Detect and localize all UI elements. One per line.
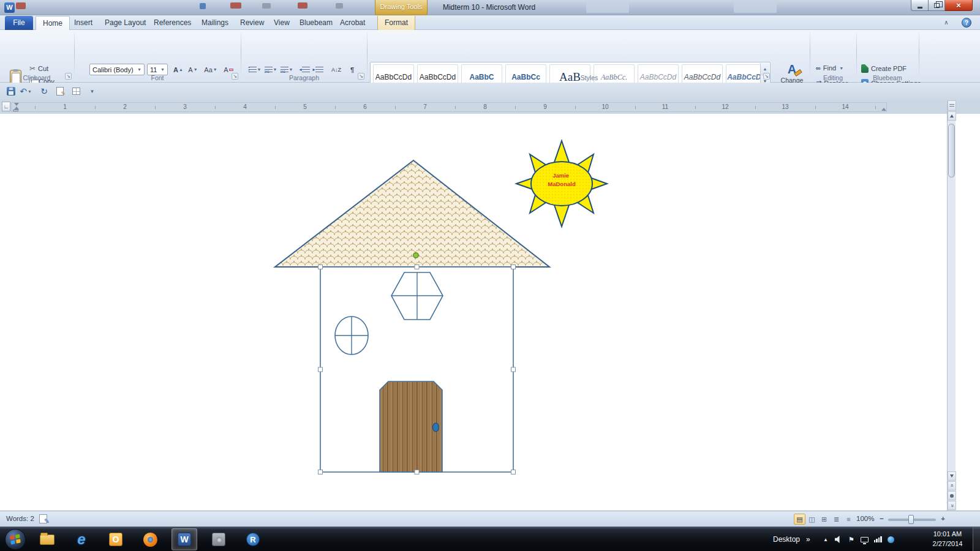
- contextual-tab-group-label: Drawing Tools: [375, 0, 428, 15]
- draw-table-button[interactable]: [54, 85, 66, 97]
- ruler-toggle-button[interactable]: [948, 100, 956, 111]
- start-button[interactable]: [5, 529, 26, 550]
- paragraph-dialog-launcher[interactable]: ↘: [358, 73, 364, 80]
- close-button[interactable]: ×: [945, 0, 973, 11]
- find-button[interactable]: ∞ Find ▼: [816, 64, 843, 72]
- previous-page-button[interactable]: »: [948, 481, 956, 490]
- volume-tray-icon[interactable]: [833, 527, 844, 551]
- print-layout-view-button[interactable]: ▤: [794, 514, 805, 525]
- ribbon: Paste ▼ ✂ Cut Copy Format Painter Clipbo…: [0, 30, 980, 83]
- help-button[interactable]: ?: [962, 18, 971, 28]
- selection-handle[interactable]: [318, 470, 323, 474]
- tab-references[interactable]: References: [147, 16, 198, 30]
- taskbar-word-button[interactable]: W: [172, 528, 197, 550]
- taskbar-firefox-button[interactable]: [137, 528, 163, 550]
- tab-review[interactable]: Review: [233, 16, 271, 30]
- proofing-status-icon[interactable]: [39, 514, 47, 523]
- show-desktop-button[interactable]: [973, 527, 980, 551]
- toolbar-overflow-chevron[interactable]: »: [806, 535, 810, 544]
- save-button[interactable]: [5, 85, 17, 97]
- taskbar-outlook-button[interactable]: O: [103, 528, 129, 550]
- scroll-up-button[interactable]: [948, 111, 956, 121]
- ruler-mark: 7: [421, 103, 429, 110]
- tab-format[interactable]: Format: [377, 16, 415, 30]
- undo-button[interactable]: ↶▼: [20, 85, 32, 97]
- vertical-scrollbar[interactable]: » »: [947, 100, 956, 511]
- first-line-indent-marker[interactable]: [14, 103, 19, 106]
- tab-stop-selector[interactable]: ∟: [2, 102, 10, 111]
- web-layout-view-button[interactable]: ⊞: [818, 514, 830, 525]
- windows-logo-icon: [10, 534, 21, 545]
- zoom-level[interactable]: 100%: [856, 515, 874, 522]
- desktop-toolbar[interactable]: Desktop »: [773, 527, 810, 551]
- tab-acrobat[interactable]: Acrobat: [333, 16, 372, 30]
- background-window-fragment: [734, 2, 777, 13]
- group-divider: [74, 32, 75, 80]
- fullscreen-reading-view-button[interactable]: ◫: [806, 514, 818, 525]
- zoom-out-button[interactable]: −: [877, 515, 886, 524]
- taskbar-internet-explorer-button[interactable]: e: [69, 528, 94, 550]
- tab-mailings[interactable]: Mailings: [195, 16, 235, 30]
- redo-button[interactable]: ↻: [38, 85, 50, 97]
- selection-handle[interactable]: [318, 265, 323, 269]
- tab-file[interactable]: File: [5, 16, 33, 30]
- scrollbar-thumb[interactable]: [948, 124, 955, 178]
- font-dialog-launcher[interactable]: ↘: [232, 73, 238, 80]
- selection-handle[interactable]: [415, 470, 419, 474]
- show-hidden-icons-button[interactable]: ▲: [821, 527, 831, 551]
- customize-qat-button[interactable]: ▼: [86, 85, 98, 97]
- action-center-tray-icon[interactable]: ⚑: [846, 527, 856, 551]
- zoom-in-button[interactable]: +: [938, 515, 948, 524]
- lines-icon: [315, 67, 323, 72]
- outline-view-button[interactable]: ≣: [831, 514, 842, 525]
- doorknob-shape[interactable]: [433, 423, 439, 432]
- draft-view-button[interactable]: ≡: [843, 514, 854, 525]
- tab-page-layout[interactable]: Page Layout: [98, 16, 153, 30]
- tab-view[interactable]: View: [267, 16, 296, 30]
- ruler-icon: [949, 104, 954, 108]
- display-tray-icon[interactable]: [859, 527, 870, 551]
- selection-handle[interactable]: [511, 265, 516, 269]
- restore-button[interactable]: [929, 0, 945, 11]
- chevron-down-icon: ▼: [90, 89, 95, 94]
- taskbar-clock[interactable]: 10:01 AM 2/27/2014: [926, 529, 969, 550]
- network-tray-icon[interactable]: [872, 527, 883, 551]
- rotate-handle[interactable]: [413, 253, 418, 258]
- selection-handle[interactable]: [318, 367, 323, 372]
- find-label: Find: [823, 64, 836, 72]
- minimize-button[interactable]: [911, 0, 929, 11]
- taskbar: e O W R Desktop » ▲ ⚑ 10:01 AM 2/27/2014: [0, 527, 980, 551]
- selection-handle[interactable]: [511, 367, 516, 372]
- updater-tray-icon[interactable]: [886, 527, 895, 551]
- left-indent-mar<ker[interactable]: [13, 110, 18, 111]
- ruler-mark: 6: [361, 103, 369, 110]
- selection-handle[interactable]: [415, 265, 419, 269]
- sort-label: A↓Z: [331, 67, 341, 73]
- create-pdf-button[interactable]: Create PDF: [861, 64, 907, 73]
- minimize-ribbon-button[interactable]: ∧: [941, 18, 952, 28]
- zoom-slider-track[interactable]: [888, 519, 936, 521]
- gridlines-button[interactable]: [70, 85, 82, 97]
- zoom-slider-thumb[interactable]: [908, 515, 914, 524]
- word-count[interactable]: Words: 2: [6, 515, 34, 522]
- flag-icon: ⚑: [848, 536, 854, 544]
- chevron-down-icon: ▼: [158, 67, 165, 72]
- select-browse-object-button[interactable]: [948, 491, 956, 500]
- clipboard-dialog-launcher[interactable]: ↘: [65, 73, 72, 80]
- tab-bluebeam[interactable]: Bluebeam: [293, 16, 339, 30]
- document-page[interactable]: Jamie MaDonald: [0, 114, 947, 511]
- right-indent-marker[interactable]: [881, 108, 886, 111]
- tab-insert[interactable]: Insert: [67, 16, 99, 30]
- taskbar-explorer-button[interactable]: [34, 528, 60, 550]
- oval-window-shape[interactable]: [335, 317, 368, 354]
- roof-triangle-shape[interactable]: [275, 160, 549, 267]
- styles-dialog-launcher[interactable]: ↘: [763, 73, 770, 80]
- taskbar-camera-app-button[interactable]: [206, 528, 232, 550]
- word-app-icon[interactable]: W: [4, 2, 15, 13]
- cut-button[interactable]: ✂ Cut: [29, 64, 48, 73]
- scroll-down-button[interactable]: [948, 471, 956, 481]
- next-page-button[interactable]: »: [948, 501, 956, 510]
- selection-handle[interactable]: [511, 470, 516, 474]
- tab-home[interactable]: Home: [36, 16, 70, 30]
- taskbar-bluebeam-revu-button[interactable]: R: [240, 528, 266, 550]
